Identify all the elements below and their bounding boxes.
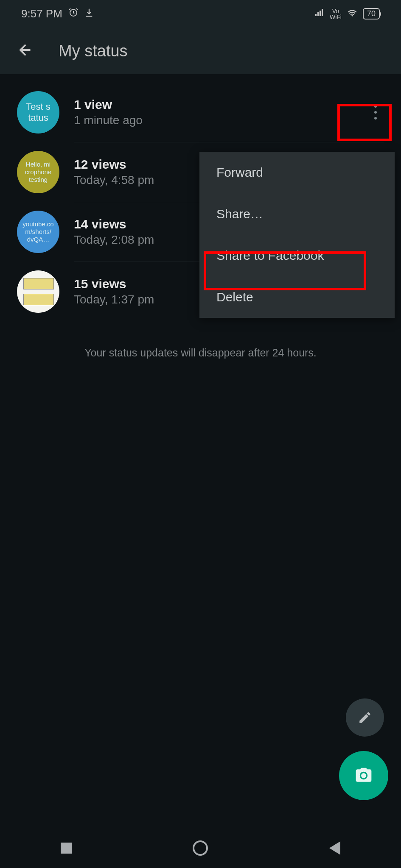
nav-back-button[interactable] xyxy=(329,841,340,855)
status-thumbnail[interactable]: Hello, mi crophone testing xyxy=(17,151,59,193)
signal-icon xyxy=(314,8,325,20)
status-text-block: 1 view 1 minute ago xyxy=(74,97,353,127)
camera-icon xyxy=(354,766,373,785)
more-options-button[interactable] xyxy=(367,105,384,120)
vowifi-icon: VoWiFi xyxy=(330,8,342,20)
pencil-icon xyxy=(358,710,372,725)
menu-item-share[interactable]: Share… xyxy=(199,193,395,235)
nav-recent-button[interactable] xyxy=(61,843,72,854)
status-item[interactable]: Test s tatus 1 view 1 minute ago xyxy=(0,83,401,142)
battery-indicator: 70 xyxy=(363,8,380,19)
alarm-icon xyxy=(68,7,79,20)
edit-text-status-button[interactable] xyxy=(346,698,384,737)
menu-item-forward[interactable]: Forward xyxy=(199,152,395,193)
timestamp: 1 minute ago xyxy=(74,114,353,127)
system-status-bar: 9:57 PM VoWiFi 70 xyxy=(0,0,401,28)
view-count: 1 view xyxy=(74,97,353,112)
dots-vertical-icon xyxy=(374,105,377,120)
status-bar-left: 9:57 PM xyxy=(21,7,94,20)
camera-status-button[interactable] xyxy=(339,751,388,800)
clock-time: 9:57 PM xyxy=(21,7,62,20)
app-bar: My status xyxy=(0,28,401,74)
system-nav-bar xyxy=(0,828,401,868)
status-thumbnail[interactable]: youtube.co m/shorts/ dvQA… xyxy=(17,211,59,253)
back-button[interactable] xyxy=(17,42,33,60)
status-thumbnail[interactable]: Test s tatus xyxy=(17,91,59,134)
status-thumbnail[interactable] xyxy=(17,270,59,313)
disappear-note: Your status updates will disappear after… xyxy=(0,330,401,376)
nav-home-button[interactable] xyxy=(193,840,208,856)
download-icon xyxy=(84,7,94,20)
status-bar-right: VoWiFi 70 xyxy=(314,7,380,21)
context-menu: Forward Share… Share to Facebook Delete xyxy=(199,152,395,318)
menu-item-delete[interactable]: Delete xyxy=(199,276,395,318)
menu-item-share-facebook[interactable]: Share to Facebook xyxy=(199,235,395,276)
wifi-icon xyxy=(347,7,358,21)
page-title: My status xyxy=(59,42,128,60)
